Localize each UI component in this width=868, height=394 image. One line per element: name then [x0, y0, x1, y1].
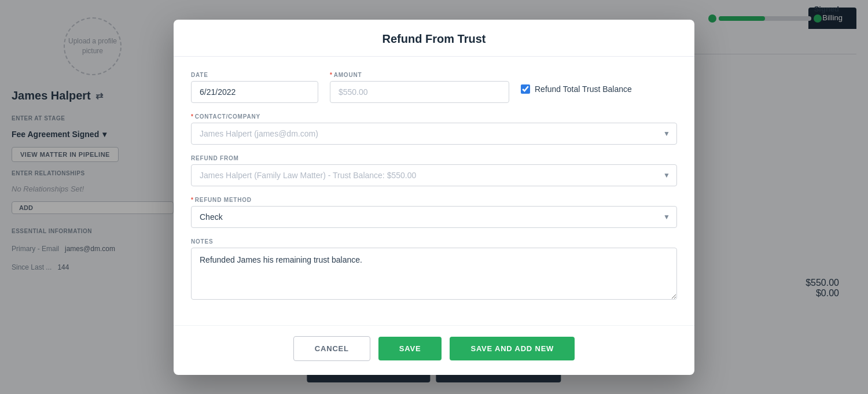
contact-select-wrapper: James Halpert (james@dm.com) ▼ [191, 123, 677, 145]
date-group: DATE [191, 72, 318, 103]
contact-group: *CONTACT/COMPANY James Halpert (james@dm… [191, 113, 677, 145]
refund-total-checkbox[interactable] [521, 84, 530, 94]
notes-group: NOTES [191, 238, 677, 300]
notes-label: NOTES [191, 238, 677, 245]
refund-from-group: REFUND FROM James Halpert (Family Law Ma… [191, 155, 677, 186]
modal-body: DATE *AMOUNT Refund Total Trust Balance [174, 57, 694, 325]
cancel-button[interactable]: CANCEL [293, 336, 370, 361]
date-input[interactable] [191, 81, 318, 103]
contact-label: *CONTACT/COMPANY [191, 113, 677, 120]
notes-row: NOTES [191, 238, 677, 300]
refund-total-label: Refund Total Trust Balance [535, 84, 632, 94]
amount-input[interactable] [330, 81, 509, 103]
refund-modal: Refund From Trust DATE *AMOUNT Refund [174, 20, 694, 375]
amount-group: *AMOUNT [330, 72, 509, 103]
modal-overlay: Refund From Trust DATE *AMOUNT Refund [0, 0, 868, 394]
modal-title: Refund From Trust [191, 32, 677, 46]
notes-textarea[interactable] [191, 248, 677, 300]
refund-from-label: REFUND FROM [191, 155, 677, 161]
modal-header: Refund From Trust [174, 20, 694, 57]
checkbox-group: Refund Total Trust Balance [521, 72, 632, 94]
contact-row: *CONTACT/COMPANY James Halpert (james@dm… [191, 113, 677, 145]
modal-footer: CANCEL SAVE SAVE AND ADD NEW [174, 325, 694, 375]
refund-method-label: *REFUND METHOD [191, 197, 677, 203]
date-label: DATE [191, 72, 318, 78]
save-and-add-new-button[interactable]: SAVE AND ADD NEW [450, 337, 575, 360]
date-amount-row: DATE *AMOUNT Refund Total Trust Balance [191, 72, 677, 103]
refund-method-row: *REFUND METHOD Check Cash Credit Card Ba… [191, 197, 677, 228]
save-button[interactable]: SAVE [378, 337, 442, 360]
refund-from-row: REFUND FROM James Halpert (Family Law Ma… [191, 155, 677, 186]
refund-from-select[interactable]: James Halpert (Family Law Matter) - Trus… [191, 164, 677, 186]
amount-label: *AMOUNT [330, 72, 509, 78]
refund-method-select[interactable]: Check Cash Credit Card Bank Transfer Oth… [191, 206, 677, 228]
refund-method-group: *REFUND METHOD Check Cash Credit Card Ba… [191, 197, 677, 228]
refund-from-select-wrapper: James Halpert (Family Law Matter) - Trus… [191, 164, 677, 186]
refund-method-select-wrapper: Check Cash Credit Card Bank Transfer Oth… [191, 206, 677, 228]
contact-select[interactable]: James Halpert (james@dm.com) [191, 123, 677, 145]
